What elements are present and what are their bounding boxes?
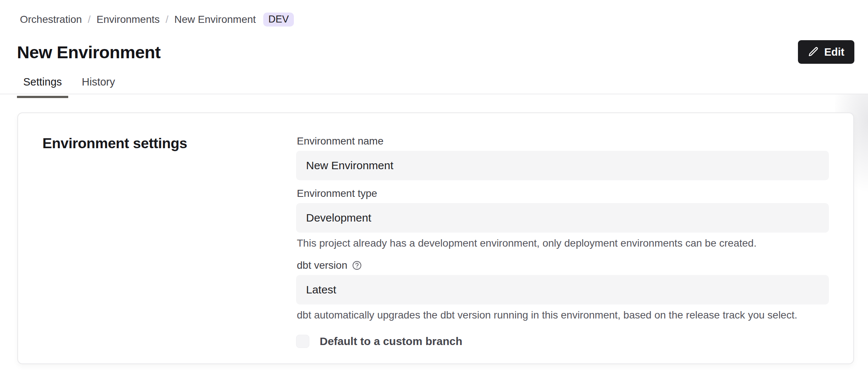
environment-settings-page: Orchestration / Environments / New Envir…	[0, 0, 868, 376]
environment-type-input[interactable]	[296, 203, 829, 233]
tab-bar: Settings History	[17, 74, 121, 97]
dbt-version-input[interactable]	[296, 275, 829, 304]
card-heading-column: Environment settings	[42, 135, 296, 363]
tab-history[interactable]: History	[76, 74, 121, 97]
dbt-version-label: dbt version	[297, 260, 347, 271]
card-form-column: Environment name Environment type This p…	[296, 135, 829, 363]
custom-branch-checkbox[interactable]	[296, 335, 309, 348]
dbt-version-helper-text: dbt automatically upgrades the dbt versi…	[297, 309, 829, 322]
environment-dev-badge: DEV	[263, 13, 294, 27]
environment-name-input[interactable]	[296, 151, 829, 180]
field-environment-name: Environment name	[296, 135, 829, 180]
environment-settings-card: Environment settings Environment name En…	[17, 112, 854, 364]
breadcrumb-separator: /	[166, 14, 169, 25]
page-header: New Environment Edit	[17, 38, 854, 66]
tab-settings[interactable]: Settings	[17, 74, 68, 97]
breadcrumb: Orchestration / Environments / New Envir…	[20, 11, 294, 28]
environment-name-label: Environment name	[297, 135, 829, 147]
edit-button-label: Edit	[824, 46, 844, 58]
environment-type-helper-text: This project already has a development e…	[297, 237, 829, 250]
breadcrumb-item-environments[interactable]: Environments	[97, 14, 160, 25]
field-environment-type: Environment type This project already ha…	[296, 188, 829, 250]
tab-bar-divider	[0, 94, 868, 94]
help-circle-icon[interactable]	[352, 260, 362, 271]
custom-branch-label[interactable]: Default to a custom branch	[320, 335, 462, 348]
page-title: New Environment	[17, 42, 160, 62]
breadcrumb-item-orchestration[interactable]: Orchestration	[20, 14, 82, 25]
card-heading: Environment settings	[42, 135, 296, 152]
pencil-icon	[808, 46, 819, 58]
edit-button[interactable]: Edit	[798, 40, 854, 64]
field-dbt-version: dbt version dbt automatically upgrades t…	[296, 260, 829, 322]
breadcrumb-item-new-environment[interactable]: New Environment	[174, 14, 256, 25]
breadcrumb-separator: /	[88, 14, 91, 25]
custom-branch-row: Default to a custom branch	[296, 335, 829, 348]
environment-type-label: Environment type	[297, 188, 829, 199]
